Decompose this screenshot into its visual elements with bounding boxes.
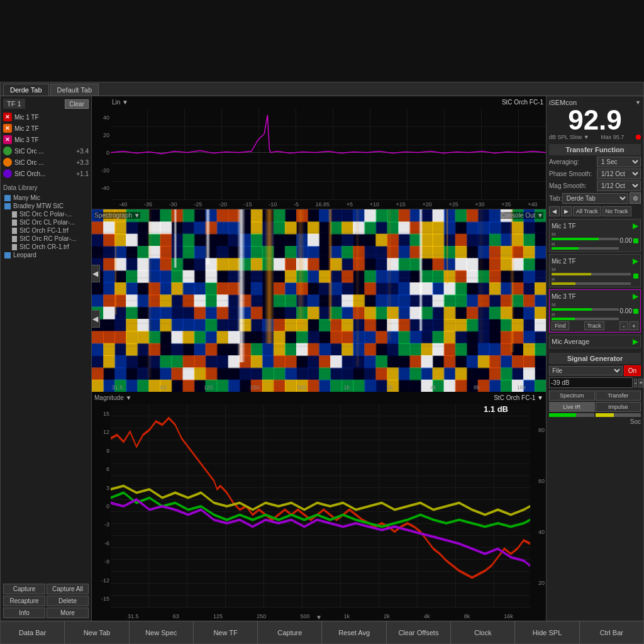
plus-button[interactable]: + xyxy=(630,321,638,330)
next-track-button[interactable]: ▶ xyxy=(561,206,572,216)
list-item[interactable]: ✕ Mic 1 TF xyxy=(3,111,89,123)
mic-average-section: Mic Average ▶ xyxy=(549,335,641,348)
list-item[interactable]: ✕ Mic 2 TF xyxy=(3,123,89,134)
plus-minus: - + xyxy=(619,321,638,330)
mic-average-play-button[interactable]: ▶ xyxy=(633,337,638,346)
gear-button[interactable]: ⚙ xyxy=(630,192,641,204)
magnitude-label: Magnitude ▼ xyxy=(94,394,131,401)
spl-value: 92.9 xyxy=(549,106,641,134)
more-button[interactable]: More xyxy=(47,608,89,618)
recapture-button[interactable]: Recapture xyxy=(3,596,45,606)
arrow-left-button[interactable]: ◀ xyxy=(92,265,100,282)
list-item[interactable]: ✕ Mic 3 TF xyxy=(3,134,89,145)
sig-gen-select[interactable]: File xyxy=(549,366,623,375)
no-track-button[interactable]: No Track xyxy=(602,206,631,216)
track-name: Mic 3 TF xyxy=(14,136,89,143)
clear-button[interactable]: Clear xyxy=(65,99,89,109)
arrow-left-button2[interactable]: ◀ xyxy=(92,310,100,328)
transfer-button[interactable]: Transfer xyxy=(596,391,641,401)
max-label: Max 95.7 xyxy=(601,134,624,140)
prev-track-button[interactable]: ◀ xyxy=(549,206,560,216)
reset-avg-button[interactable]: Reset Avg xyxy=(322,621,386,643)
tab-row: Tab: Derde Tab ⚙ xyxy=(549,192,641,204)
hide-spl-button[interactable]: Hide SPL xyxy=(515,621,579,643)
list-item[interactable]: StC Orch... +1.1 xyxy=(3,168,89,179)
new-spec-button[interactable]: New Spec xyxy=(130,621,194,643)
delete-button[interactable]: Delete xyxy=(47,596,89,606)
magnitude-area: Magnitude ▼ StC Orch FC-1 ▼ 1.1 dB 15 12… xyxy=(92,392,546,621)
dropdown-arrow[interactable]: ▼ xyxy=(635,99,641,106)
list-item[interactable]: StC Orc C Polar-... xyxy=(3,210,89,218)
track-value: +1.1 xyxy=(76,170,89,177)
view-buttons: Spectrum Transfer xyxy=(549,391,641,401)
averaging-select[interactable]: 1 Sec xyxy=(597,157,641,167)
mic3-play-button[interactable]: ▶ xyxy=(633,292,638,301)
db-plus-button[interactable]: + xyxy=(638,379,643,387)
db-minus-button[interactable]: - xyxy=(634,379,637,387)
tab-default[interactable]: Default Tab xyxy=(50,84,99,96)
tab-derde[interactable]: Derde Tab xyxy=(3,84,49,96)
library-item-name: Leopard xyxy=(13,252,36,258)
spec-console-label: Console Out ▼ xyxy=(501,212,543,219)
minus-button[interactable]: - xyxy=(619,321,628,330)
data-bar-button[interactable]: Data Bar xyxy=(1,621,65,643)
mic1-panel: Mic 1 TF ▶ M R 0.00 xyxy=(549,219,641,252)
mic3-indicator xyxy=(633,309,638,314)
clear-offsets-button[interactable]: Clear Offsets xyxy=(387,621,451,643)
right-panel: iSEMcon ▼ 92.9 dB SPL Slow ▼ Max 95.7 Tr… xyxy=(546,96,643,621)
mic1-play-button[interactable]: ▶ xyxy=(633,221,638,230)
ctrl-bar-button[interactable]: Ctrl Bar xyxy=(580,621,643,643)
new-tab-button[interactable]: New Tab xyxy=(65,621,129,643)
mic2-name: Mic 2 TF xyxy=(552,258,576,265)
file-icon xyxy=(12,236,17,242)
list-item[interactable]: StC Orc ... +3.3 xyxy=(3,157,89,168)
info-button[interactable]: Info xyxy=(3,608,45,618)
list-item[interactable]: StC Orch FC-1.trf xyxy=(3,226,89,235)
list-item[interactable]: Bradley MTW StC xyxy=(3,202,89,210)
phase-smooth-select[interactable]: 1/12 Oct xyxy=(597,169,641,179)
db-input[interactable] xyxy=(549,377,633,388)
tab-select[interactable]: Derde Tab xyxy=(562,193,628,204)
mic-average-label: Mic Average xyxy=(552,338,589,345)
new-tf-button[interactable]: New TF xyxy=(194,621,258,643)
mic1-value: 0.00 xyxy=(620,237,632,244)
stc2-icon xyxy=(3,158,12,167)
mic3-panel: Mic 3 TF ▶ M R 0.00 Fin xyxy=(549,289,641,333)
library-item-name: StC Orc RC Polar-... xyxy=(19,235,77,242)
mag-smooth-label: Mag Smooth: xyxy=(549,182,586,189)
capture-all-button[interactable]: Capture All xyxy=(47,584,89,594)
data-library: Data Library Many Mic Bradley MTW StC St… xyxy=(3,184,89,581)
capture-bottom-button[interactable]: Capture xyxy=(258,621,322,643)
prog-bar-1 xyxy=(549,413,594,417)
mic3-icon: ✕ xyxy=(3,135,12,144)
file-icon xyxy=(12,219,17,226)
y-axis-right: 80 60 40 20 xyxy=(530,404,546,608)
file-icon xyxy=(12,228,17,234)
soc-label: Soc xyxy=(549,418,641,425)
clock-button[interactable]: Clock xyxy=(451,621,515,643)
magnitude-svg xyxy=(111,404,530,608)
list-item[interactable]: StC Orc ... +3.4 xyxy=(3,145,89,157)
list-item[interactable]: Many Mic xyxy=(3,194,89,202)
phase-smooth-row: Phase Smooth: 1/12 Oct xyxy=(549,169,641,179)
capture-buttons: Capture Capture All Recapture Delete Inf… xyxy=(3,584,89,618)
mag-smooth-select[interactable]: 1/12 Oct xyxy=(597,180,641,191)
progress-bars xyxy=(549,413,641,417)
impulse-button[interactable]: Impulse xyxy=(596,402,641,412)
sig-gen-on-button[interactable]: On xyxy=(624,365,641,376)
all-track-button[interactable]: All Track xyxy=(573,206,601,216)
list-item[interactable]: StC Orch CR-1.trf xyxy=(3,243,89,251)
spectrum-button[interactable]: Spectrum xyxy=(549,391,595,401)
live-ir-button[interactable]: Live IR xyxy=(549,402,595,412)
list-item[interactable]: StC Orc CL Polar-... xyxy=(3,218,89,226)
red-indicator xyxy=(636,135,641,140)
mic2-play-button[interactable]: ▶ xyxy=(633,257,638,265)
file-icon xyxy=(12,244,17,250)
find-button[interactable]: Find xyxy=(552,321,569,330)
db-value: 1.1 dB xyxy=(484,404,508,414)
folder-icon xyxy=(4,195,11,201)
capture-button[interactable]: Capture xyxy=(3,584,45,594)
list-item[interactable]: StC Orc RC Polar-... xyxy=(3,235,89,243)
list-item[interactable]: Leopard xyxy=(3,251,89,259)
track-button[interactable]: Track xyxy=(584,321,604,330)
